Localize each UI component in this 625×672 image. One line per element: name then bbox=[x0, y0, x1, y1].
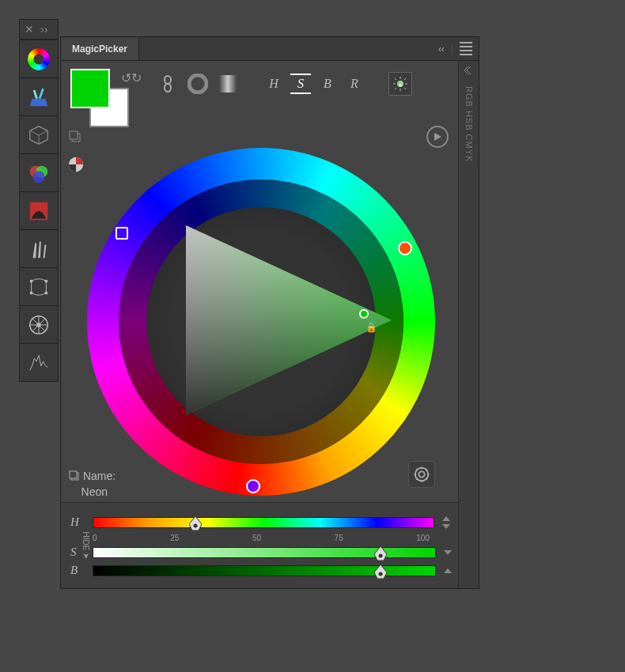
slider-h-thumb[interactable] bbox=[189, 516, 202, 530]
svg-rect-0 bbox=[39, 88, 44, 98]
mode-h[interactable]: H bbox=[263, 74, 284, 94]
menu-icon[interactable] bbox=[460, 40, 472, 58]
spinner-down-icon[interactable] bbox=[442, 524, 450, 529]
svg-point-39 bbox=[416, 469, 419, 471]
play-button[interactable] bbox=[426, 126, 449, 148]
copy-icon[interactable] bbox=[69, 470, 80, 482]
svg-rect-44 bbox=[70, 471, 77, 478]
svg-point-42 bbox=[416, 478, 419, 481]
gradient-button[interactable] bbox=[216, 72, 240, 96]
dock-item-colorring[interactable] bbox=[20, 40, 58, 77]
mode-s[interactable]: S bbox=[290, 74, 311, 94]
mode-r[interactable]: R bbox=[344, 74, 365, 94]
slider-h-row: H bbox=[70, 515, 452, 529]
play-icon bbox=[433, 132, 442, 142]
ring-icon bbox=[28, 48, 50, 70]
spinner-up-icon[interactable] bbox=[442, 516, 450, 521]
settings-button[interactable] bbox=[408, 461, 435, 488]
triangle-handle[interactable] bbox=[359, 309, 369, 319]
slider-b-row: B bbox=[70, 564, 452, 577]
slider-b-track[interactable] bbox=[93, 565, 436, 576]
colorspace-label[interactable]: RGB HSB CMYK bbox=[464, 86, 474, 162]
gear-icon bbox=[413, 466, 430, 483]
gradient-icon bbox=[218, 74, 237, 93]
color-wheel[interactable]: 🔒 bbox=[87, 148, 435, 496]
wheel-icon bbox=[27, 313, 51, 337]
mode-b[interactable]: B bbox=[317, 74, 338, 94]
name-label: Name: bbox=[83, 470, 116, 482]
spinner-down-icon[interactable] bbox=[444, 550, 452, 555]
dock-header: ✕ ›› bbox=[20, 20, 58, 40]
red-swatch-icon bbox=[27, 199, 51, 223]
link-icon bbox=[161, 75, 175, 92]
slider-h-track[interactable] bbox=[93, 517, 434, 528]
svg-point-19 bbox=[165, 76, 171, 84]
default-swatch-icon[interactable] bbox=[69, 130, 81, 145]
side-strip: RGB HSB CMYK bbox=[458, 61, 479, 588]
cube-icon bbox=[27, 123, 51, 147]
dock-item-curve[interactable] bbox=[20, 267, 58, 305]
dock-item-channels[interactable] bbox=[20, 153, 58, 191]
scheme-icon[interactable] bbox=[67, 156, 85, 173]
svg-point-41 bbox=[426, 469, 428, 471]
svg-point-37 bbox=[414, 474, 416, 476]
magicpicker-panel: MagicPicker ‹‹ | ↺↻ bbox=[60, 36, 479, 589]
spinner-up-icon[interactable] bbox=[444, 568, 452, 573]
svg-point-34 bbox=[419, 471, 424, 477]
toolbar: ↺↻ bbox=[70, 69, 452, 124]
dock-item-brushes[interactable] bbox=[20, 229, 58, 267]
histogram-icon bbox=[27, 351, 51, 375]
svg-point-4 bbox=[33, 171, 45, 183]
ring-mode-button[interactable] bbox=[186, 72, 210, 96]
sliders-panel: H 0 25 50 75 100 bbox=[61, 502, 458, 588]
tool-dock: ✕ ›› bbox=[19, 19, 59, 382]
svg-rect-1 bbox=[33, 89, 38, 99]
fg-swatch[interactable] bbox=[70, 69, 110, 108]
svg-point-20 bbox=[165, 84, 171, 92]
dock-item-wheel[interactable] bbox=[20, 305, 58, 343]
ring-mode-icon bbox=[188, 74, 208, 94]
svg-rect-22 bbox=[219, 75, 237, 92]
svg-rect-17 bbox=[70, 131, 78, 139]
swatch-pair[interactable]: ↺↻ bbox=[70, 69, 126, 124]
dock-item-red[interactable] bbox=[20, 191, 58, 229]
close-icon[interactable]: ✕ bbox=[25, 23, 34, 36]
dock-item-cube[interactable] bbox=[20, 115, 58, 153]
magic-icon bbox=[27, 85, 51, 109]
chevron-right-icon[interactable]: ›› bbox=[40, 23, 47, 36]
color-triangle[interactable] bbox=[178, 217, 400, 423]
slider-s-row: S bbox=[70, 546, 452, 559]
brushes-icon bbox=[27, 237, 51, 261]
collapse-icon[interactable]: ‹‹ bbox=[438, 43, 445, 55]
brightness-icon bbox=[392, 76, 408, 92]
svg-point-36 bbox=[421, 480, 423, 482]
slider-b-thumb[interactable] bbox=[374, 564, 387, 579]
brightness-button[interactable] bbox=[388, 72, 412, 96]
svg-line-30 bbox=[404, 78, 406, 80]
chevron-left-icon[interactable] bbox=[464, 66, 474, 75]
slider-h-label: H bbox=[70, 515, 85, 529]
swap-icon[interactable]: ↺↻ bbox=[121, 70, 142, 85]
panel-titlebar: MagicPicker ‹‹ | bbox=[61, 37, 479, 61]
slider-s-thumb[interactable] bbox=[374, 546, 387, 561]
svg-line-29 bbox=[404, 88, 406, 89]
panel-tab[interactable]: MagicPicker bbox=[61, 38, 139, 60]
svg-point-46 bbox=[378, 553, 382, 557]
svg-point-35 bbox=[421, 466, 423, 469]
svg-line-28 bbox=[395, 78, 396, 80]
link-button[interactable] bbox=[156, 72, 180, 96]
scheme-handle-orange[interactable] bbox=[398, 241, 412, 255]
dock-item-magic[interactable] bbox=[20, 77, 58, 115]
svg-point-40 bbox=[426, 478, 428, 481]
svg-point-45 bbox=[194, 523, 198, 527]
hide-label[interactable]: HIDE bbox=[81, 532, 90, 560]
slider-b-label: B bbox=[70, 564, 85, 577]
svg-point-32 bbox=[399, 84, 402, 87]
svg-point-47 bbox=[378, 572, 382, 576]
hue-handle-green[interactable] bbox=[116, 227, 128, 240]
slider-scale: 0 25 50 75 100 bbox=[93, 534, 430, 542]
dock-item-histogram[interactable] bbox=[20, 343, 58, 381]
slider-s-track[interactable] bbox=[93, 547, 436, 558]
svg-line-31 bbox=[395, 88, 396, 89]
scheme-handle-purple[interactable] bbox=[246, 479, 260, 493]
